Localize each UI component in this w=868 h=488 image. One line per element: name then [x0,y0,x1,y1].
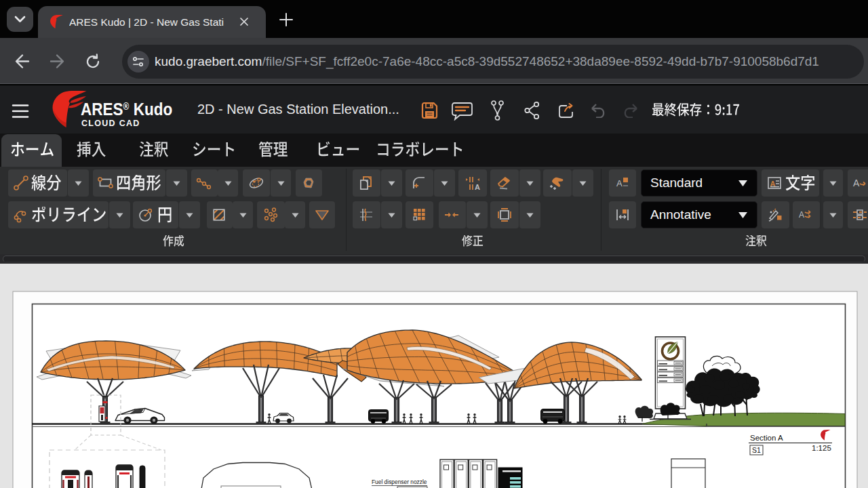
svg-text:A: A [475,183,480,191]
svg-text:Fuel dispenser nozzle: Fuel dispenser nozzle [372,479,427,485]
svg-text:A: A [616,178,623,188]
svg-text:A: A [853,178,860,188]
svg-text:S1: S1 [752,446,761,454]
svg-text:Section A: Section A [750,434,783,442]
svg-text:A: A [799,210,804,220]
svg-text:A: A [770,180,776,188]
svg-text:1:125: 1:125 [812,444,831,452]
